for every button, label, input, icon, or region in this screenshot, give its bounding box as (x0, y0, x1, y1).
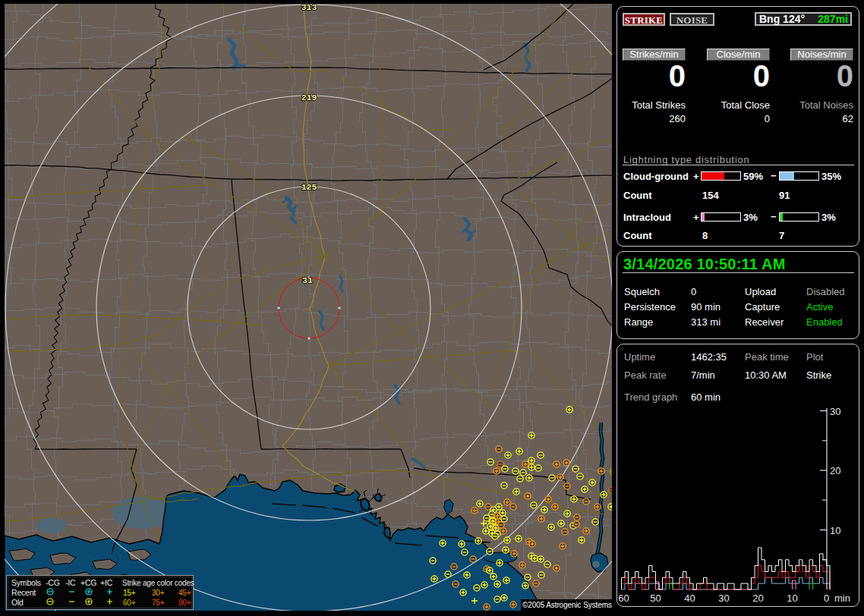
svg-text:20: 20 (752, 592, 763, 604)
svg-text:60: 60 (618, 592, 629, 604)
svg-text:20: 20 (830, 465, 840, 476)
svg-text:50: 50 (650, 592, 661, 604)
svg-text:40: 40 (684, 592, 695, 604)
svg-text:30: 30 (830, 406, 840, 417)
svg-text:30: 30 (718, 592, 729, 604)
svg-text:0: 0 (824, 592, 829, 604)
svg-text:10: 10 (830, 525, 840, 536)
svg-text:10: 10 (787, 592, 797, 604)
svg-text:min: min (834, 592, 850, 604)
